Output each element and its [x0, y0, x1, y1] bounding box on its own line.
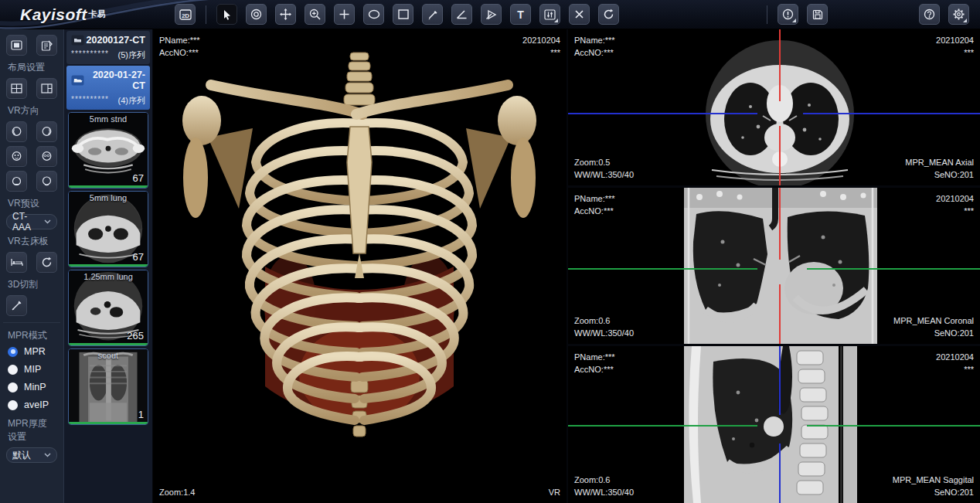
- sagittal-crosshair-vertical-blue[interactable]: [779, 346, 781, 503]
- thumbnail-image-count: 67: [133, 172, 144, 184]
- rectangle-icon: [398, 9, 409, 19]
- mpr-thickness-label: MPR厚度设置: [8, 417, 56, 444]
- study-patient-masked: **********: [71, 95, 109, 107]
- study-item-1[interactable]: 20200127-CT ********** (5)序列: [66, 31, 150, 64]
- panel-icon: [11, 40, 22, 50]
- info-button[interactable]: [778, 4, 798, 25]
- series-thumbnail-5mm-stnd[interactable]: 5mm stnd 67: [68, 112, 148, 189]
- axial-patient-overlay: PName:*** AccNO:***: [574, 34, 615, 59]
- study-date-text: 20210204: [936, 192, 974, 205]
- head-top-icon: [11, 175, 22, 187]
- gear-icon: [953, 8, 965, 20]
- mpr-thickness-value: 默认: [12, 449, 31, 462]
- cut-3d-label: 3D切割: [8, 278, 56, 291]
- bed-reset-button[interactable]: [36, 252, 57, 273]
- coronal-crosshair-horizontal-green[interactable]: [568, 268, 980, 270]
- series-thumbnail-scout[interactable]: scout 1: [68, 348, 148, 425]
- save-button[interactable]: [807, 4, 828, 25]
- mpr-mode-radio-mip[interactable]: MIP: [8, 364, 56, 375]
- length-measure-button[interactable]: [422, 4, 443, 25]
- radio-label: MinP: [24, 382, 46, 393]
- scalpel-icon: [11, 300, 22, 311]
- settings-button[interactable]: [948, 4, 969, 25]
- cine-play-button[interactable]: [481, 4, 502, 25]
- thumbnail-progress-bar: [69, 264, 148, 267]
- radio-selected-dot: [8, 347, 18, 357]
- layout-grid-button[interactable]: [6, 78, 27, 99]
- ellipse-roi-button[interactable]: [363, 4, 384, 25]
- mpr-viewport-column: PName:*** AccNO:*** 20210204 *** Zoom:0.…: [567, 29, 980, 503]
- pname-text: PName:***: [159, 34, 200, 46]
- vr-direction-anterior-button[interactable]: [6, 146, 27, 167]
- series-thumbnail-125mm-lung[interactable]: 1.25mm lung 265: [68, 270, 148, 346]
- zoom-text: Zoom:0.5: [574, 156, 634, 168]
- reset-rotate-icon: [41, 257, 53, 268]
- study-date-text: 20210204: [936, 351, 974, 363]
- help-button[interactable]: [919, 4, 940, 25]
- window-level-tool-button[interactable]: [246, 4, 267, 25]
- pan-tool-button[interactable]: [275, 4, 296, 25]
- vr-direction-label: VR方向: [8, 104, 56, 117]
- app-logo: Kayisoft 卡易: [0, 0, 162, 29]
- mpr-mode-radio-aveip[interactable]: aveIP: [8, 399, 56, 410]
- delete-annotation-button[interactable]: [569, 4, 590, 25]
- sliders-panel-icon: [544, 9, 556, 20]
- zoom-text: Zoom:0.6: [574, 314, 634, 327]
- mpr-sagittal-viewport[interactable]: PName:*** AccNO:*** 20210204 *** Zoom:0.…: [568, 346, 980, 503]
- reset-rotate-icon: [603, 8, 614, 20]
- axial-crosshair-vertical-red[interactable]: [779, 29, 781, 185]
- toolbar-right-tools: [765, 4, 980, 25]
- ellipse-icon: [368, 9, 380, 19]
- accno-text: AccNO:***: [574, 363, 615, 376]
- vr-direction-inferior-button[interactable]: [36, 171, 57, 192]
- thumbnail-image-count: 67: [133, 251, 144, 263]
- rectangle-roi-button[interactable]: [393, 4, 413, 25]
- play-flag-icon: [485, 9, 498, 20]
- angle-measure-button[interactable]: [451, 4, 472, 25]
- vr-direction-right-button[interactable]: [36, 121, 57, 142]
- close-x-icon: [574, 9, 584, 19]
- layout-split-button[interactable]: [36, 78, 57, 99]
- vr-direction-left-button[interactable]: [6, 121, 27, 142]
- vr-direction-superior-button[interactable]: [6, 171, 27, 192]
- mpr-axial-viewport[interactable]: PName:*** AccNO:*** 20210204 *** Zoom:0.…: [568, 29, 980, 185]
- scalpel-cut-button[interactable]: [6, 295, 27, 316]
- study-item-2-selected[interactable]: 2020-01-27-CT ********** (4)序列: [66, 66, 150, 110]
- sagittal-crosshair-horizontal-green[interactable]: [568, 425, 980, 427]
- remove-bed-button[interactable]: [6, 252, 27, 273]
- vr-preset-select[interactable]: CT-AAA: [6, 214, 57, 229]
- chevron-down-icon: [44, 453, 51, 457]
- thumbnail-progress-bar: [69, 185, 148, 188]
- panel-toggle-button[interactable]: [6, 35, 27, 56]
- pname-text: PName:***: [574, 34, 615, 46]
- crosshair-tool-button[interactable]: [334, 4, 355, 25]
- report-button[interactable]: [36, 35, 57, 56]
- axial-zoom-overlay: Zoom:0.5 WW/WL:350/40: [574, 156, 634, 181]
- vr-3d-viewport[interactable]: PName:*** AccNO:*** 20210204 *** Zoom:1.…: [153, 29, 567, 503]
- reset-view-button[interactable]: [598, 4, 619, 25]
- pan-icon: [280, 8, 291, 20]
- mpr-mode-radio-minp[interactable]: MinP: [8, 382, 56, 393]
- mpr-mode-radio-mpr[interactable]: MPR: [8, 346, 56, 357]
- bed-icon: [11, 257, 23, 267]
- mpr-coronal-viewport[interactable]: PName:*** AccNO:*** 20210204 *** Zoom:0.…: [568, 188, 980, 344]
- radio-dot: [8, 382, 18, 393]
- adjust-panel-button[interactable]: [539, 4, 560, 25]
- vr-remove-bed-label: VR去床板: [8, 235, 56, 248]
- vr-patient-overlay: PName:*** AccNO:***: [159, 34, 200, 59]
- coronal-label-overlay: MPR_MEAN Coronal SeNO:201: [893, 314, 974, 339]
- series-number-text: SeNO:201: [893, 486, 974, 498]
- zoom-tool-button[interactable]: [305, 4, 325, 25]
- study-date-text: 20210204: [522, 34, 560, 46]
- text-annotation-button[interactable]: T: [510, 4, 531, 25]
- ct-viewer-app: Kayisoft 卡易 2D: [0, 0, 980, 503]
- coronal-crosshair-vertical-red[interactable]: [779, 188, 781, 344]
- study-title: 2020-01-27-CT: [84, 70, 145, 91]
- mpr-thickness-select[interactable]: 默认: [6, 447, 57, 463]
- split-right-icon: [41, 83, 53, 93]
- radio-label: aveIP: [24, 399, 49, 410]
- vr-direction-posterior-button[interactable]: [36, 146, 57, 167]
- axial-crosshair-horizontal-blue[interactable]: [568, 113, 980, 114]
- series-thumbnail-5mm-lung[interactable]: 5mm lung 67: [68, 191, 148, 267]
- magnifier-plus-icon: [309, 8, 321, 20]
